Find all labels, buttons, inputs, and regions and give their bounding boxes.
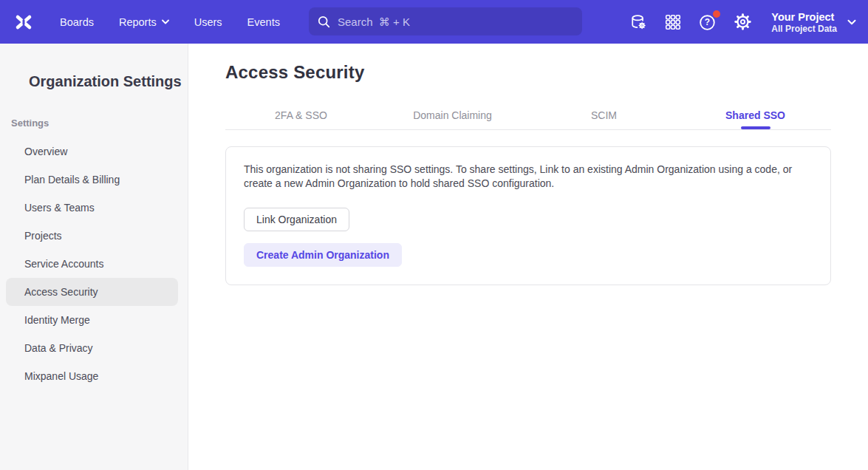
tab-scim[interactable]: SCIM xyxy=(528,104,680,129)
sidebar-item-mixpanel-usage[interactable]: Mixpanel Usage xyxy=(6,362,178,390)
project-switcher[interactable]: Your Project All Project Data xyxy=(771,10,856,34)
global-search[interactable] xyxy=(309,7,582,35)
nav-item-boards-label: Boards xyxy=(60,16,94,28)
sidebar-item-identity-merge[interactable]: Identity Merge xyxy=(6,306,178,334)
main-content: Access Security 2FA & SSO Domain Claimin… xyxy=(188,44,868,470)
top-navigation: Boards Reports Users Events xyxy=(0,0,868,44)
page-title: Access Security xyxy=(225,62,831,83)
nav-item-reports[interactable]: Reports xyxy=(119,16,169,28)
mixpanel-logo-icon[interactable] xyxy=(13,12,34,33)
nav-item-events[interactable]: Events xyxy=(247,16,280,28)
tab-bar: 2FA & SSO Domain Claiming SCIM Shared SS… xyxy=(225,104,831,130)
shared-sso-card: This organization is not sharing SSO set… xyxy=(225,146,831,285)
nav-item-boards[interactable]: Boards xyxy=(60,16,94,28)
link-organization-button[interactable]: Link Organization xyxy=(244,208,349,231)
tab-shared-sso[interactable]: Shared SSO xyxy=(680,104,831,129)
nav-item-events-label: Events xyxy=(247,16,280,28)
settings-sidebar: Organization Settings Settings Overview … xyxy=(0,44,188,470)
sidebar-section-label: Settings xyxy=(11,117,188,129)
tab-2fa-sso-label: 2FA & SSO xyxy=(275,109,327,121)
sidebar-item-plan-details-billing[interactable]: Plan Details & Billing xyxy=(6,166,178,194)
nav-item-users[interactable]: Users xyxy=(194,16,222,28)
help-icon[interactable]: ? xyxy=(698,13,717,32)
sidebar-item-projects[interactable]: Projects xyxy=(6,222,178,250)
sidebar-item-service-accounts[interactable]: Service Accounts xyxy=(6,250,178,278)
shared-sso-description: This organization is not sharing SSO set… xyxy=(244,163,813,191)
settings-gear-icon[interactable] xyxy=(733,13,752,32)
sidebar-item-overview[interactable]: Overview xyxy=(6,137,178,166)
project-switcher-text: Your Project All Project Data xyxy=(771,10,837,34)
chevron-down-icon xyxy=(162,19,169,24)
tab-domain-claiming-label: Domain Claiming xyxy=(413,109,492,121)
tab-domain-claiming[interactable]: Domain Claiming xyxy=(377,104,528,129)
notification-dot xyxy=(713,10,720,18)
tab-2fa-sso[interactable]: 2FA & SSO xyxy=(225,104,377,129)
active-tab-indicator xyxy=(741,126,770,129)
nav-item-reports-label: Reports xyxy=(119,16,157,28)
sidebar-item-access-security[interactable]: Access Security xyxy=(6,278,178,306)
nav-right-cluster: ? Your Project All Project Data xyxy=(613,10,856,34)
sidebar-title: Organization Settings xyxy=(29,73,188,90)
create-admin-organization-button[interactable]: Create Admin Organization xyxy=(244,243,402,267)
card-actions: Link Organization Create Admin Organizat… xyxy=(244,191,813,267)
tab-scim-label: SCIM xyxy=(591,109,617,121)
apps-grid-icon[interactable] xyxy=(663,13,683,32)
sidebar-item-users-teams[interactable]: Users & Teams xyxy=(6,194,178,222)
data-management-icon[interactable] xyxy=(629,13,648,32)
sidebar-item-data-privacy[interactable]: Data & Privacy xyxy=(6,334,178,362)
project-name: Your Project xyxy=(771,10,837,24)
search-input[interactable] xyxy=(338,16,573,28)
project-scope: All Project Data xyxy=(771,24,837,34)
svg-text:?: ? xyxy=(705,17,710,27)
nav-links: Boards Reports Users Events xyxy=(60,16,305,28)
page-body: Organization Settings Settings Overview … xyxy=(0,44,868,470)
tab-shared-sso-label: Shared SSO xyxy=(725,109,785,121)
nav-item-users-label: Users xyxy=(194,16,222,28)
chevron-down-icon xyxy=(847,19,856,25)
search-icon xyxy=(318,16,330,28)
